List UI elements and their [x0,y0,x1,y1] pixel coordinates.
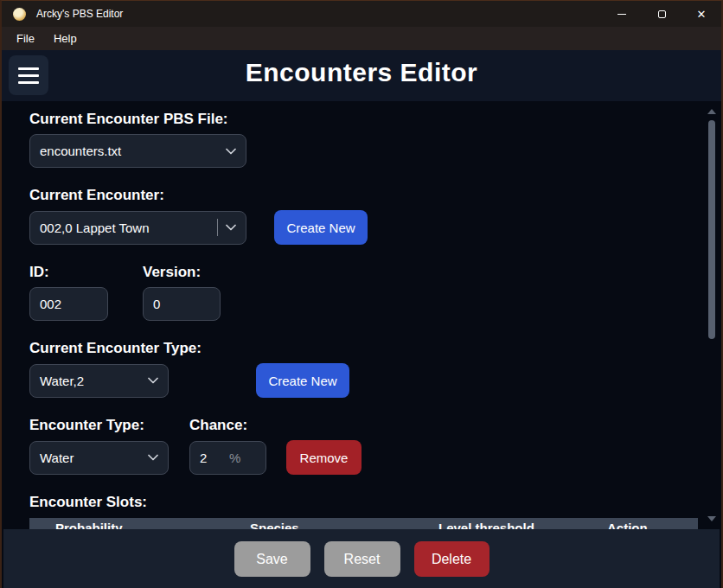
window-title: Arcky's PBS Editor [36,8,123,20]
reset-button[interactable]: Reset [324,541,400,577]
encounter-slots-label: Encounter Slots: [29,494,720,511]
version-label: Version: [143,264,221,281]
encounter-type-select[interactable]: Water [29,441,169,475]
close-button[interactable]: ✕ [681,1,721,27]
content-area: Current Encounter PBS File: encounters.t… [3,102,720,530]
remove-encounter-type-button[interactable]: Remove [286,440,362,475]
version-field[interactable] [153,297,210,311]
scrollbar-thumb[interactable] [708,120,715,339]
menu-bar: File Help [2,27,721,50]
vertical-scrollbar[interactable] [707,105,717,527]
chevron-down-icon [148,454,158,461]
column-header-species: Species [224,518,413,530]
minimize-button[interactable] [602,1,642,27]
current-encounter-label: Current Encounter: [29,187,720,204]
chance-percent-suffix: % [229,451,240,465]
encounter-type-label: Encounter Type: [29,417,189,434]
chevron-down-icon [148,377,158,384]
pbs-file-select[interactable]: encounters.txt [29,134,246,168]
pbs-file-label: Current Encounter PBS File: [29,111,720,128]
column-header-level-threshold: Level threshold [413,518,581,530]
column-header-probability: Probability [29,518,224,530]
close-icon: ✕ [697,9,707,20]
minimize-icon [617,14,626,15]
current-encounter-type-label: Current Encounter Type: [29,340,720,357]
create-new-encounter-type-button[interactable]: Create New [256,363,349,398]
current-encounter-combobox[interactable]: 002,0 Lappet Town [29,211,246,245]
id-field[interactable] [40,297,98,311]
combobox-divider [217,219,218,236]
save-button[interactable]: Save [234,541,310,577]
current-encounter-type-select[interactable]: Water,2 [29,364,169,398]
delete-button[interactable]: Delete [414,541,489,577]
title-bar: Arcky's PBS Editor ✕ [2,1,721,27]
column-header-action: Action [581,518,698,530]
app-window: Arcky's PBS Editor ✕ File Help Encounter… [0,0,723,588]
version-field-box[interactable] [143,287,221,321]
id-label: ID: [29,264,108,281]
current-encounter-type-value: Water,2 [40,374,84,388]
menu-file[interactable]: File [9,29,42,48]
maximize-button[interactable] [642,1,681,27]
menu-help[interactable]: Help [46,29,85,48]
page-title: Encounters Editor [2,58,721,87]
id-field-box[interactable] [29,287,108,321]
create-new-encounter-button[interactable]: Create New [274,210,368,245]
app-header: Encounters Editor [2,50,721,101]
current-encounter-value: 002,0 Lappet Town [40,220,150,235]
chevron-down-icon [226,224,236,231]
window-controls: ✕ [602,1,721,27]
encounter-type-value: Water [40,451,74,465]
pbs-file-select-value: encounters.txt [40,144,121,158]
scroll-up-icon[interactable] [707,109,716,114]
chance-field-box[interactable]: % [189,441,266,475]
scroll-down-icon[interactable] [707,516,716,521]
footer-bar: Save Reset Delete [3,529,720,588]
chance-label: Chance: [189,417,247,434]
encounter-slots-table-header: Probability Species Level threshold Acti… [29,518,698,530]
chevron-down-icon [226,148,236,155]
chance-field[interactable] [200,451,227,465]
maximize-icon [658,10,666,18]
app-icon [13,8,26,21]
